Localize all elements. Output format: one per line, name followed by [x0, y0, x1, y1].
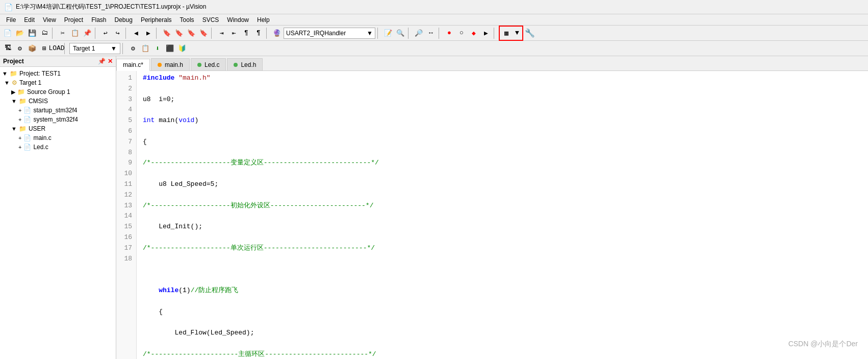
build-button[interactable]: 🏗 [2, 43, 13, 54]
new-file-button[interactable]: 📄 [2, 28, 13, 39]
menu-item-debug[interactable]: Debug [111, 15, 137, 25]
function-dropdown[interactable]: USART2_IRQHandler ▼ [284, 28, 375, 39]
tree-item-led-c[interactable]: + 📄 Led.c [0, 142, 116, 152]
separator8 [408, 28, 411, 39]
tree-item-cmsis[interactable]: ▼ 📁 CMSIS [0, 97, 116, 106]
bookmark4-button[interactable]: 🔖 [198, 28, 209, 39]
separator5 [211, 28, 214, 39]
save-all-button[interactable]: 🗂 [39, 28, 50, 39]
grid-button[interactable]: ▦ [501, 28, 512, 39]
debug-button[interactable]: LOAD [51, 43, 62, 54]
open-file-button[interactable]: 📂 [14, 28, 25, 39]
circle-button[interactable]: ○ [456, 28, 467, 39]
editor-area: main.c* main.h Led.c Led.h 12345 678910 … [116, 56, 868, 359]
record-button[interactable]: ● [444, 28, 455, 39]
close-panel-icon[interactable]: ✕ [108, 58, 113, 65]
cut-button[interactable]: ✂ [57, 28, 68, 39]
tab-main-c-label: main.c* [123, 61, 143, 68]
user-label: USER [29, 125, 45, 132]
stop-button[interactable]: ◆ [468, 28, 479, 39]
source-button[interactable]: 📝 [382, 28, 394, 39]
options-button[interactable]: ⚙ [127, 43, 139, 54]
code-line-2: u8 i=0; [143, 94, 862, 105]
menu-item-peripherals[interactable]: Peripherals [137, 15, 176, 25]
cmsis-label: CMSIS [29, 98, 48, 105]
copy-button[interactable]: 📋 [69, 28, 81, 39]
tab-led-h[interactable]: Led.h [227, 58, 263, 70]
separator1 [52, 28, 55, 39]
format1-button[interactable]: ¶ [241, 28, 252, 39]
target-icon: ⚙ [12, 79, 17, 86]
menu-item-edit[interactable]: Edit [20, 15, 39, 25]
code-view[interactable]: 12345 678910 1112131415 161718 #include … [116, 71, 868, 359]
expand-icon: ▼ [2, 70, 8, 77]
menu-item-file[interactable]: File [2, 15, 20, 25]
start-debug-button[interactable]: 🔰 [176, 43, 188, 54]
tree-item-system[interactable]: + 📄 system_stm32f4 [0, 115, 116, 124]
target-dropdown[interactable]: Target 1 ▼ [69, 43, 120, 54]
manage-button[interactable]: 📋 [140, 43, 151, 54]
expand-icon4: ▼ [11, 98, 17, 104]
unindent-button[interactable]: ⇤ [228, 28, 240, 39]
menu-item-window[interactable]: Window [223, 15, 253, 25]
grid-dropdown-button[interactable]: ▼ [513, 29, 521, 37]
project-panel: Project 📌 ✕ ▼ 📁 Project: TEST1 ▼ ⚙ Targe… [0, 56, 116, 359]
wrench-button[interactable]: 🔧 [524, 28, 535, 39]
menu-item-project[interactable]: Project [60, 15, 87, 25]
tree-item-project[interactable]: ▼ 📁 Project: TEST1 [0, 69, 116, 78]
tree-item-target1[interactable]: ▼ ⚙ Target 1 [0, 78, 116, 87]
toolbar2: 🏗 ⚙ 📦 ⊞ LOAD Target 1 ▼ ⚙ 📋 ⬇ ⬛ 🔰 [0, 41, 868, 56]
undo-button[interactable]: ↩ [100, 28, 111, 39]
tab-led-h-dot [234, 63, 238, 67]
separator6 [266, 28, 269, 39]
search-button[interactable]: 🔎 [413, 28, 424, 39]
tree-item-main-c[interactable]: + 📄 main.c [0, 133, 116, 142]
magic-button[interactable]: 🔮 [271, 28, 283, 39]
project-icon: 📁 [10, 70, 17, 77]
code-line-14: /*----------------------主循环区------------… [143, 349, 862, 359]
expand-icon6: + [18, 116, 21, 123]
build3-button[interactable]: 📦 [27, 43, 38, 54]
nav-forward-button[interactable]: ▶ [143, 28, 154, 39]
code-content: #include "main.h" u8 i=0; int main(void)… [137, 71, 868, 359]
bookmark3-button[interactable]: 🔖 [186, 28, 197, 39]
expand-icon7: ▼ [11, 126, 17, 132]
menu-item-tools[interactable]: Tools [176, 15, 198, 25]
project-label: Project: TEST1 [19, 70, 61, 77]
play-button[interactable]: ▶ [480, 28, 492, 39]
tab-main-h-dot [158, 63, 162, 67]
tree-item-user[interactable]: ▼ 📁 USER [0, 124, 116, 133]
file-icon3: 📄 [23, 134, 31, 141]
redo-button[interactable]: ↪ [112, 28, 123, 39]
expand-icon5: + [18, 107, 21, 113]
pin-icon[interactable]: 📌 [98, 58, 106, 65]
menu-item-help[interactable]: Help [253, 15, 274, 25]
nav-back-button[interactable]: ◀ [131, 28, 142, 39]
bookmark1-button[interactable]: 🔖 [161, 28, 172, 39]
menu-item-svcs[interactable]: SVCS [198, 15, 223, 25]
bookmark2-button[interactable]: 🔖 [173, 28, 185, 39]
indent-button[interactable]: ⇥ [216, 28, 227, 39]
project-panel-header: Project 📌 ✕ [0, 56, 116, 67]
menu-item-view[interactable]: View [39, 15, 60, 25]
browse-button[interactable]: 🔍 [395, 28, 406, 39]
separator-t2-1 [64, 43, 67, 54]
code-line-12: { [143, 307, 862, 318]
folder-icon1: 📁 [17, 88, 25, 95]
save-file-button[interactable]: 💾 [27, 28, 38, 39]
build2-button[interactable]: ⚙ [14, 43, 25, 54]
code-line-7: /*--------------------初始化外设区------------… [143, 201, 862, 211]
stop2-button[interactable]: ⬛ [164, 43, 175, 54]
replace-button[interactable]: ↔ [425, 28, 437, 39]
expand-icon2: ▼ [4, 80, 10, 86]
menu-item-flash[interactable]: Flash [87, 15, 110, 25]
download-button[interactable]: ⬇ [152, 43, 163, 54]
tab-main-c[interactable]: main.c* [116, 59, 150, 71]
tree-item-startup[interactable]: + 📄 startup_stm32f4 [0, 106, 116, 115]
tab-led-c[interactable]: Led.c [191, 58, 226, 70]
paste-button[interactable]: 📌 [82, 28, 93, 39]
format2-button[interactable]: ¶ [253, 28, 264, 39]
tree-item-sourcegroup1[interactable]: ▶ 📁 Source Group 1 [0, 87, 116, 97]
code-line-11: while(1)//防止程序跑飞 [143, 285, 862, 296]
tab-main-h[interactable]: main.h [151, 58, 190, 70]
